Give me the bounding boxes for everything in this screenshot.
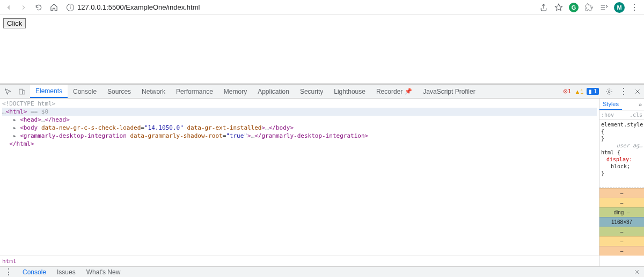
drawer-close-icon[interactable] <box>634 269 640 275</box>
tab-jsprofiler[interactable]: JavaScript Profiler <box>418 85 480 98</box>
dom-line[interactable]: ▸ <grammarly-desktop-integration data-gr… <box>2 132 597 140</box>
error-count[interactable]: ⊗1 <box>563 88 571 95</box>
tab-performance[interactable]: Performance <box>171 85 218 98</box>
dom-line[interactable]: </html> <box>2 140 597 148</box>
home-button[interactable] <box>48 2 59 13</box>
profile-avatar[interactable]: M <box>614 2 625 13</box>
box-padding: ding – <box>599 207 644 217</box>
dom-line-selected[interactable]: …<html> == $0 <box>2 108 597 116</box>
box-margin: – <box>599 188 644 198</box>
tab-recorder[interactable]: Recorder📌 <box>371 85 418 98</box>
drawer-tab-whatsnew[interactable]: What's New <box>81 268 126 276</box>
devtools-status: ⊗1 ▲1 ▮1 <box>560 85 602 98</box>
tab-elements[interactable]: Elements <box>30 85 68 98</box>
tab-sources[interactable]: Sources <box>102 85 136 98</box>
box-model: – – ding – 1168×37 – – – <box>599 188 644 266</box>
styles-tabstrip: Styles » <box>599 99 644 110</box>
url-text: 127.0.0.1:5500/ExampleOne/index.html <box>77 3 200 11</box>
box-border-bottom: – <box>599 236 644 246</box>
devtools-body: <!DOCTYPE html> …<html> == $0 ▸ <head>…<… <box>0 99 644 266</box>
styles-rules[interactable]: element.style { } user ag… html { displa… <box>599 120 644 178</box>
devtools: Elements Console Sources Network Perform… <box>0 84 644 277</box>
box-content: 1168×37 <box>599 217 644 227</box>
tab-security[interactable]: Security <box>295 85 328 98</box>
page-viewport: Click <box>0 15 644 84</box>
elements-panel: <!DOCTYPE html> …<html> == $0 ▸ <head>…<… <box>0 99 599 266</box>
site-info-icon[interactable]: i <box>67 4 74 11</box>
reload-button[interactable] <box>33 2 44 13</box>
extensions-icon[interactable] <box>584 3 594 12</box>
browser-toolbar: i 127.0.0.1:5500/ExampleOne/index.html G… <box>0 0 644 15</box>
devtools-more-icon[interactable]: ⋮ <box>616 85 631 98</box>
dom-line[interactable]: ▸ <head>…</head> <box>2 116 597 124</box>
back-button[interactable] <box>3 2 14 13</box>
grammarly-extension-icon[interactable]: G <box>569 3 579 12</box>
devtools-settings-icon[interactable] <box>602 85 616 98</box>
reading-list-icon[interactable] <box>599 3 609 12</box>
tab-lighthouse[interactable]: Lighthouse <box>328 85 371 98</box>
warning-count[interactable]: ▲1 <box>574 88 583 95</box>
dom-tree[interactable]: <!DOCTYPE html> …<html> == $0 ▸ <head>…<… <box>0 99 599 256</box>
address-bar[interactable]: i 127.0.0.1:5500/ExampleOne/index.html <box>63 1 535 14</box>
tab-memory[interactable]: Memory <box>218 85 252 98</box>
bookmark-star-icon[interactable] <box>554 3 564 12</box>
click-button[interactable]: Click <box>3 18 26 28</box>
tab-network[interactable]: Network <box>136 85 171 98</box>
box-padding-bottom: – <box>599 227 644 236</box>
tab-application[interactable]: Application <box>252 85 295 98</box>
styles-filter-row[interactable]: :hov .cls <box>599 110 644 120</box>
cls-toggle[interactable]: .cls <box>630 112 642 118</box>
dom-line[interactable]: <!DOCTYPE html> <box>2 100 597 108</box>
box-margin-bottom: – <box>599 246 644 256</box>
share-icon[interactable] <box>539 3 548 12</box>
devtools-drawer: ⋮ Console Issues What's New <box>0 266 644 277</box>
toolbar-right: G M ⋮ <box>539 2 641 13</box>
drawer-tab-console[interactable]: Console <box>17 268 52 276</box>
issues-count[interactable]: ▮1 <box>587 88 599 95</box>
hov-toggle[interactable]: :hov <box>601 112 614 118</box>
svg-rect-1 <box>23 91 25 94</box>
breadcrumb[interactable]: html <box>0 256 599 266</box>
styles-more-icon[interactable]: » <box>639 101 642 108</box>
tab-styles[interactable]: Styles <box>599 99 622 110</box>
inspect-element-icon[interactable] <box>3 87 13 96</box>
box-border: – <box>599 198 644 207</box>
forward-button[interactable] <box>18 2 29 13</box>
chrome-menu-icon[interactable]: ⋮ <box>630 3 639 12</box>
dom-line[interactable]: ▸ <body data-new-gr-c-s-check-loaded="14… <box>2 124 597 132</box>
drawer-menu-icon[interactable]: ⋮ <box>0 268 17 276</box>
devtools-tabstrip: Elements Console Sources Network Perform… <box>0 85 644 99</box>
tab-console[interactable]: Console <box>68 85 102 98</box>
styles-panel: Styles » :hov .cls element.style { } use… <box>599 99 644 266</box>
device-toggle-icon[interactable] <box>17 87 27 96</box>
svg-point-2 <box>608 91 610 93</box>
preview-pin-icon: 📌 <box>405 88 412 95</box>
devtools-close-icon[interactable] <box>631 85 644 98</box>
drawer-tab-issues[interactable]: Issues <box>52 268 81 276</box>
